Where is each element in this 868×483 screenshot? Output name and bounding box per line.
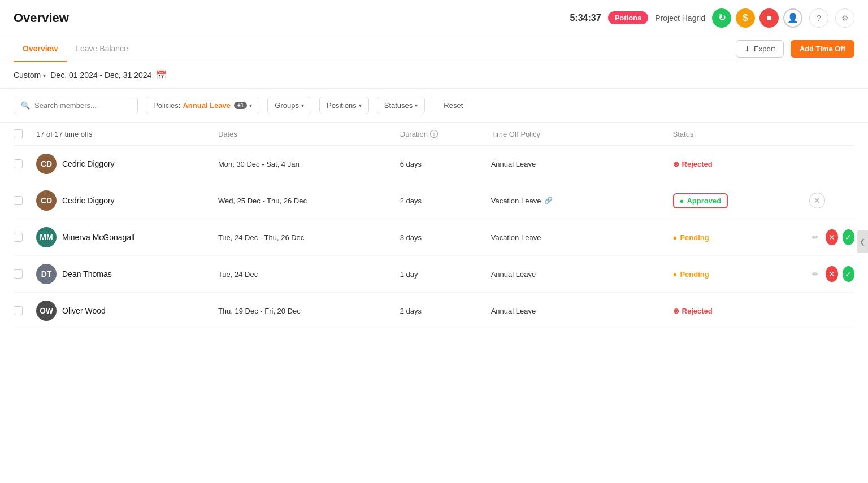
policy-cell: Vacation Leave 🔗 <box>491 197 673 205</box>
member-cell: OW Oliver Wood <box>36 301 218 321</box>
statuses-label: Statuses <box>384 101 413 110</box>
reject-button[interactable]: ✕ <box>826 266 837 282</box>
avatar: CD <box>36 190 57 211</box>
status-badge: ● Pending <box>673 270 709 279</box>
page-title: Overview <box>14 11 69 25</box>
timer-display: 5:34:37 <box>570 13 601 23</box>
date-range-selector: Custom ▾ Dec, 01 2024 - Dec, 31 2024 📅 <box>14 70 167 80</box>
duration-cell: 3 days <box>400 233 491 242</box>
approve-button[interactable]: ✓ <box>843 229 854 245</box>
scroll-indicator[interactable]: ❮ <box>857 230 868 253</box>
add-time-off-button[interactable]: Add Time Off <box>791 40 854 58</box>
pending-icon: ● <box>673 270 678 279</box>
cancel-button[interactable]: ✕ <box>809 193 825 208</box>
dates-cell: Mon, 30 Dec - Sat, 4 Jan <box>218 160 400 168</box>
status-cell: ⊗ Rejected <box>673 306 809 315</box>
date-range-value: Dec, 01 2024 - Dec, 31 2024 <box>50 71 151 80</box>
sync-icon[interactable]: ↻ <box>712 8 731 28</box>
search-icon: 🔍 <box>21 101 30 110</box>
duration-info-icon[interactable]: i <box>430 130 438 138</box>
status-badge: ● Pending <box>673 233 709 242</box>
reject-button[interactable]: ✕ <box>826 229 837 245</box>
member-cell: DT Dean Thomas <box>36 264 218 284</box>
tab-overview[interactable]: Overview <box>14 36 67 62</box>
actions-cell: ✏✕✓ <box>809 229 854 245</box>
pending-icon: ● <box>673 233 678 242</box>
edit-button[interactable]: ✏ <box>809 266 821 282</box>
dates-cell: Tue, 24 Dec <box>218 270 400 279</box>
header-action-icons: ↻ $ ■ 👤 <box>712 8 802 28</box>
avatar: MM <box>36 227 57 247</box>
status-cell: ● Pending <box>673 269 809 279</box>
policies-label: Policies: <box>153 101 180 110</box>
approved-icon: ● <box>680 197 684 205</box>
policy-cell: Annual Leave <box>491 307 673 315</box>
member-cell: CD Cedric Diggory <box>36 190 218 211</box>
search-input[interactable] <box>34 101 131 110</box>
actions-cell: ✕ <box>809 193 854 208</box>
row-actions: ✏✕✓ <box>809 229 854 245</box>
member-name: Minerva McGonagall <box>62 233 134 242</box>
stop-icon[interactable]: ■ <box>760 8 779 28</box>
duration-column-header: Duration i <box>400 130 491 138</box>
tabs-bar: Overview Leave Balance ⬇ Export Add Time… <box>0 36 868 62</box>
attachment-icon: 🔗 <box>544 197 553 204</box>
count-label: 17 of 17 time offs <box>36 130 218 138</box>
chevron-down-icon: ▾ <box>415 102 418 108</box>
statuses-filter[interactable]: Statuses ▾ <box>377 97 426 114</box>
chevron-down-icon: ▾ <box>301 102 304 108</box>
status-cell: ● Approved <box>673 193 809 208</box>
rejected-icon: ⊗ <box>673 160 679 168</box>
chevron-down-icon: ▾ <box>249 102 252 108</box>
tab-leave-balance[interactable]: Leave Balance <box>67 36 137 62</box>
filter-divider <box>433 99 433 112</box>
custom-label: Custom <box>14 71 41 80</box>
user-icon[interactable]: 👤 <box>783 8 802 28</box>
groups-filter[interactable]: Groups ▾ <box>267 97 311 114</box>
table-row: CD Cedric Diggory Wed, 25 Dec - Thu, 26 … <box>14 182 854 219</box>
avatar: DT <box>36 264 57 284</box>
status-badge: ⊗ Rejected <box>673 160 713 168</box>
help-icon[interactable]: ? <box>809 8 828 28</box>
rejected-icon: ⊗ <box>673 307 679 315</box>
date-range-bar: Custom ▾ Dec, 01 2024 - Dec, 31 2024 📅 <box>0 62 868 89</box>
custom-dropdown[interactable]: Custom ▾ <box>14 71 46 80</box>
member-name: Oliver Wood <box>62 306 106 315</box>
row-checkbox[interactable] <box>14 233 36 242</box>
approve-button[interactable]: ✓ <box>843 266 854 282</box>
reset-button[interactable]: Reset <box>441 97 465 114</box>
row-actions: ✕ <box>809 193 854 208</box>
status-column-header: Status <box>673 130 809 138</box>
row-checkbox[interactable] <box>14 196 36 205</box>
status-badge: ● Approved <box>673 193 728 208</box>
chevron-down-icon: ▾ <box>43 72 46 79</box>
policies-filter[interactable]: Policies: Annual Leave +1 ▾ <box>146 97 259 114</box>
member-name: Dean Thomas <box>62 269 112 279</box>
time-off-table: 17 of 17 time offs Dates Duration i Time… <box>0 123 868 329</box>
project-name: Project Hagrid <box>655 14 705 23</box>
settings-icon[interactable]: ⚙ <box>835 8 854 28</box>
row-checkbox[interactable] <box>14 159 36 168</box>
project-tag[interactable]: Potions <box>608 11 649 24</box>
duration-cell: 2 days <box>400 307 491 315</box>
calendar-icon[interactable]: 📅 <box>156 70 167 80</box>
dates-column-header: Dates <box>218 130 400 138</box>
positions-filter[interactable]: Positions ▾ <box>319 97 369 114</box>
row-checkbox[interactable] <box>14 306 36 315</box>
export-icon: ⬇ <box>744 45 750 53</box>
search-box: 🔍 <box>14 97 138 114</box>
export-button[interactable]: ⬇ Export <box>736 40 784 58</box>
duration-cell: 6 days <box>400 160 491 168</box>
dates-cell: Thu, 19 Dec - Fri, 20 Dec <box>218 307 400 315</box>
header-right: 5:34:37 Potions Project Hagrid ↻ $ ■ 👤 ?… <box>570 8 854 28</box>
row-actions: ✏✕✓ <box>809 266 854 282</box>
duration-cell: 1 day <box>400 270 491 279</box>
select-all-checkbox[interactable] <box>14 129 36 138</box>
status-cell: ● Pending <box>673 233 809 242</box>
table-row: DT Dean Thomas Tue, 24 Dec 1 day Annual … <box>14 256 854 293</box>
edit-button[interactable]: ✏ <box>809 229 821 245</box>
coin-icon[interactable]: $ <box>736 8 755 28</box>
policies-value: Annual Leave <box>183 101 231 110</box>
table-row: OW Oliver Wood Thu, 19 Dec - Fri, 20 Dec… <box>14 293 854 329</box>
row-checkbox[interactable] <box>14 269 36 279</box>
